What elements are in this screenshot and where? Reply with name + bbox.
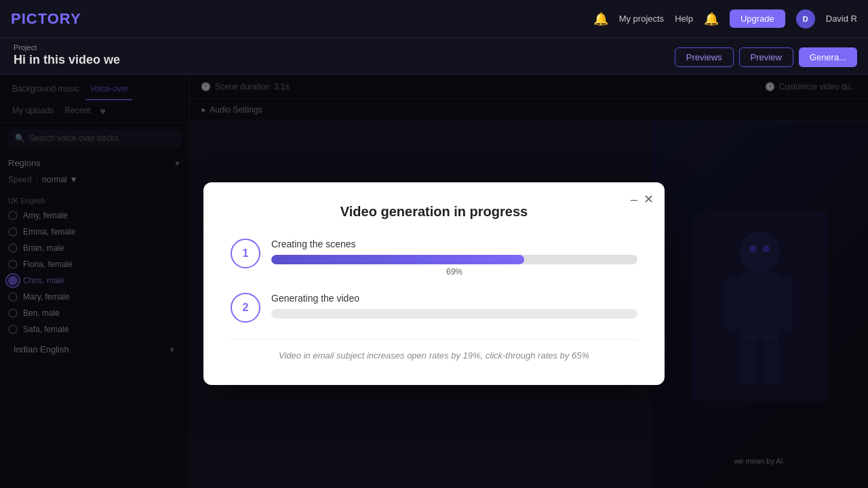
step-1-content: Creating the scenes 69% [271,239,637,277]
step-2-progress-bar [271,309,637,319]
modal-minimize-button[interactable]: – [631,193,637,205]
modal-tip: Video in email subject increases open ra… [231,339,637,361]
preview-button[interactable]: Preview [739,47,793,67]
modal-title: Video generation in progress [231,204,637,220]
generation-modal: Video generation in progress – ✕ 1 Creat… [203,182,665,385]
step-1-label: Creating the scenes [271,239,637,249]
step-1-progress-percent: 69% [271,267,637,277]
avatar: D [796,9,815,28]
user-name: David R [826,14,857,24]
main-content: Background music Voice-over My uploads R… [0,75,868,488]
generate-button[interactable]: Genera... [799,47,857,67]
step-2-row: 2 Generating the video [231,293,637,323]
step-1-progress-fill [271,255,524,264]
previews-button[interactable]: Previews [675,47,734,67]
alert-icon[interactable]: 🔔 [704,12,719,26]
step-2-circle: 2 [231,293,260,323]
step-1-row: 1 Creating the scenes 69% [231,239,637,277]
my-projects-link[interactable]: My projects [619,14,664,24]
navbar-right: 🔔 My projects Help 🔔 Upgrade D David R [593,9,857,28]
project-actions: Previews Preview Genera... [675,47,857,67]
help-link[interactable]: Help [675,14,693,24]
navbar: PICTORY 🔔 My projects Help 🔔 Upgrade D D… [0,0,868,38]
modal-close-button[interactable]: ✕ [644,193,654,205]
notification-bell-icon[interactable]: 🔔 [593,12,608,26]
upgrade-button[interactable]: Upgrade [730,9,785,28]
step-2-label: Generating the video [271,293,637,304]
step-1-progress-container [271,255,637,264]
step-1-circle: 1 [231,239,260,268]
modal-overlay: Video generation in progress – ✕ 1 Creat… [0,75,868,488]
step-2-content: Generating the video [271,293,637,319]
app-logo: PICTORY [11,10,81,28]
